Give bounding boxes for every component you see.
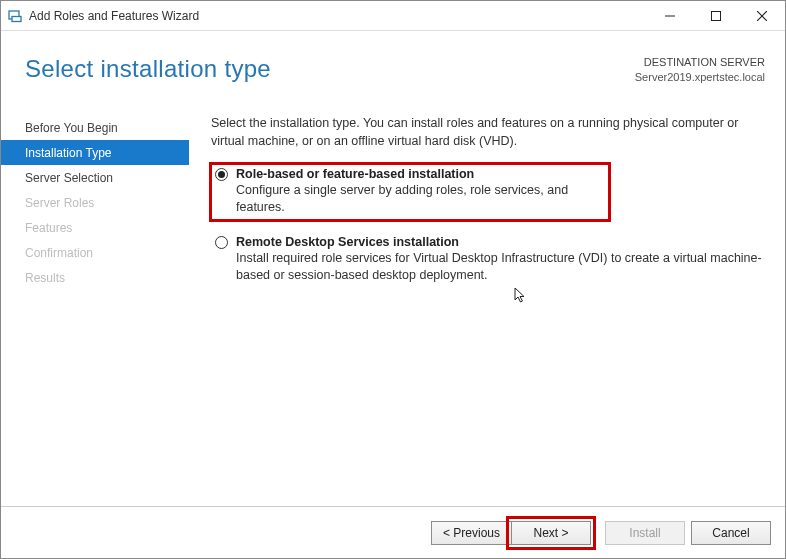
sidebar-item-before-you-begin[interactable]: Before You Begin xyxy=(1,115,189,140)
sidebar-item-results: Results xyxy=(1,265,189,290)
window-controls xyxy=(647,1,785,31)
page-title: Select installation type xyxy=(25,55,271,83)
sidebar-item-label: Server Roles xyxy=(25,196,94,210)
sidebar: Before You Begin Installation Type Serve… xyxy=(1,111,189,483)
sidebar-item-label: Server Selection xyxy=(25,171,113,185)
sidebar-item-label: Installation Type xyxy=(25,146,112,160)
option-desc: Install required role services for Virtu… xyxy=(236,250,763,284)
option-remote-desktop[interactable]: Remote Desktop Services installation Ins… xyxy=(211,232,765,288)
minimize-button[interactable] xyxy=(647,1,693,31)
option-text: Remote Desktop Services installation Ins… xyxy=(236,235,763,284)
intro-text: Select the installation type. You can in… xyxy=(211,115,765,150)
option-title: Remote Desktop Services installation xyxy=(236,235,763,249)
destination-block: DESTINATION SERVER Server2019.xpertstec.… xyxy=(635,55,765,86)
nav-button-pair: < Previous Next > xyxy=(431,521,591,545)
body: Before You Begin Installation Type Serve… xyxy=(1,111,785,483)
header: Select installation type DESTINATION SER… xyxy=(1,31,785,111)
sidebar-item-label: Features xyxy=(25,221,72,235)
close-button[interactable] xyxy=(739,1,785,31)
destination-server-name: Server2019.xpertstec.local xyxy=(635,70,765,85)
sidebar-item-label: Before You Begin xyxy=(25,121,118,135)
button-label: Install xyxy=(629,526,660,540)
option-title: Role-based or feature-based installation xyxy=(236,167,607,181)
svg-rect-1 xyxy=(12,16,21,21)
destination-label: DESTINATION SERVER xyxy=(635,55,765,70)
next-button[interactable]: Next > xyxy=(511,521,591,545)
maximize-button[interactable] xyxy=(693,1,739,31)
radio-role-based[interactable] xyxy=(215,168,228,181)
titlebar: Add Roles and Features Wizard xyxy=(1,1,785,31)
install-button: Install xyxy=(605,521,685,545)
option-role-based[interactable]: Role-based or feature-based installation… xyxy=(211,164,609,220)
sidebar-item-server-roles: Server Roles xyxy=(1,190,189,215)
radio-remote-desktop[interactable] xyxy=(215,236,228,249)
svg-rect-3 xyxy=(712,11,721,20)
previous-button[interactable]: < Previous xyxy=(431,521,511,545)
app-icon xyxy=(7,8,23,24)
sidebar-item-confirmation: Confirmation xyxy=(1,240,189,265)
button-label: Cancel xyxy=(712,526,749,540)
window-title: Add Roles and Features Wizard xyxy=(29,9,199,23)
sidebar-item-installation-type[interactable]: Installation Type xyxy=(1,140,189,165)
option-desc: Configure a single server by adding role… xyxy=(236,182,607,216)
option-text: Role-based or feature-based installation… xyxy=(236,167,607,216)
sidebar-item-label: Confirmation xyxy=(25,246,93,260)
button-label: Next > xyxy=(533,526,568,540)
footer: < Previous Next > Install Cancel xyxy=(1,506,785,558)
cancel-button[interactable]: Cancel xyxy=(691,521,771,545)
sidebar-item-label: Results xyxy=(25,271,65,285)
sidebar-item-server-selection[interactable]: Server Selection xyxy=(1,165,189,190)
content: Select the installation type. You can in… xyxy=(189,111,785,483)
button-label: < Previous xyxy=(443,526,500,540)
sidebar-item-features: Features xyxy=(1,215,189,240)
